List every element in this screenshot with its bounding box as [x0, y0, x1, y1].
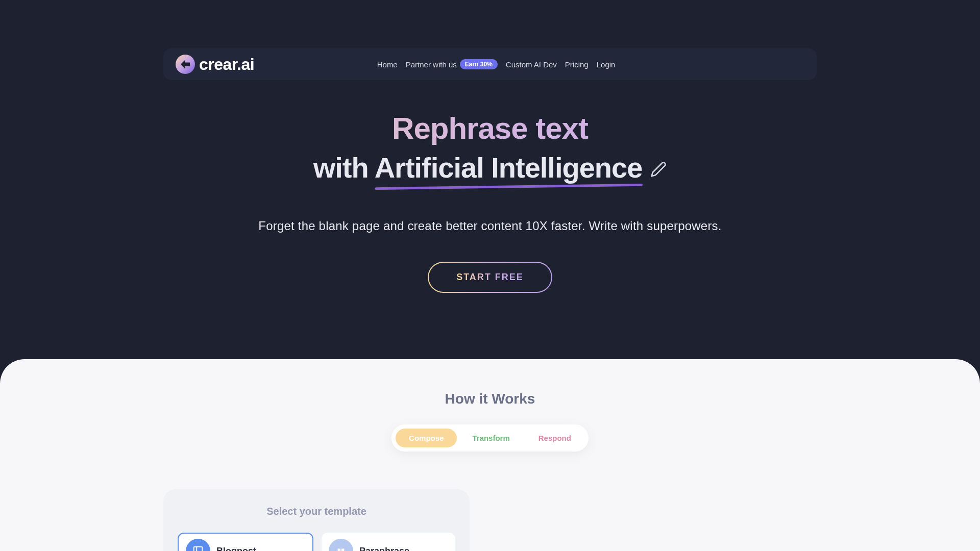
template-options: Blogpost Paraphrase	[178, 533, 455, 551]
cta-label: START FREE	[456, 272, 524, 282]
tab-container: Compose Transform Respond	[391, 424, 589, 452]
hero-title-prefix: with	[313, 151, 369, 184]
nav-partner[interactable]: Partner with us Earn 30%	[406, 59, 498, 69]
nav-links: Home Partner with us Earn 30% Custom AI …	[377, 59, 616, 69]
nav-login[interactable]: Login	[597, 60, 616, 69]
template-section: Select your template Blogpost	[0, 489, 980, 551]
nav-home[interactable]: Home	[377, 60, 398, 69]
nav-pricing[interactable]: Pricing	[565, 60, 589, 69]
pencil-icon	[650, 161, 667, 178]
hero-title-line2: with Artificial Intelligence	[313, 151, 667, 184]
cta-start-free[interactable]: START FREE	[428, 262, 552, 293]
how-it-works-section: How it Works Compose Transform Respond S…	[0, 359, 980, 551]
tab-transform[interactable]: Transform	[459, 429, 523, 447]
hero-subtitle: Forget the blank page and create better …	[0, 219, 980, 233]
nav-custom-ai[interactable]: Custom AI Dev	[506, 60, 557, 69]
hero-section: Rephrase text with Artificial Intelligen…	[0, 80, 980, 293]
template-option-blogpost[interactable]: Blogpost	[178, 533, 313, 551]
hero-title-highlight: Artificial Intelligence	[375, 151, 643, 184]
how-it-works-title: How it Works	[0, 391, 980, 407]
tab-respond[interactable]: Respond	[525, 429, 584, 447]
logo[interactable]: crear.ai	[176, 55, 254, 74]
template-label-blogpost: Blogpost	[216, 546, 256, 552]
svg-rect-0	[194, 547, 203, 551]
template-card-title: Select your template	[178, 506, 455, 517]
template-card: Select your template Blogpost	[163, 489, 470, 551]
paraphrase-icon	[329, 539, 353, 551]
blogpost-icon	[186, 539, 210, 551]
nav-partner-label: Partner with us	[406, 60, 457, 69]
tab-group: Compose Transform Respond	[0, 424, 980, 452]
template-option-paraphrase[interactable]: Paraphrase	[322, 533, 455, 551]
logo-text: crear.ai	[199, 55, 254, 74]
template-label-paraphrase: Paraphrase	[359, 546, 409, 552]
tab-compose[interactable]: Compose	[396, 429, 457, 447]
hero-title-line1: Rephrase text	[0, 111, 980, 146]
navbar: crear.ai Home Partner with us Earn 30% C…	[163, 48, 817, 80]
earn-badge: Earn 30%	[460, 59, 498, 69]
logo-icon	[176, 55, 195, 74]
